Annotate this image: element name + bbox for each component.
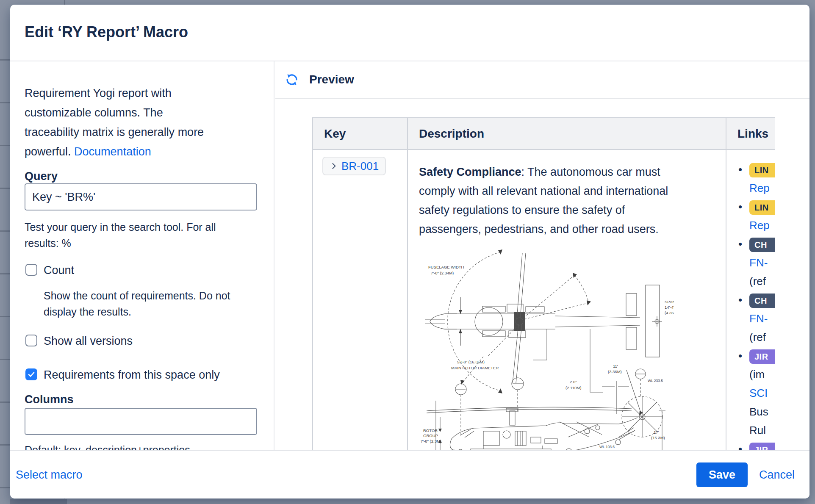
- page-backdrop: Edit ‘RY Report’ Macro Requirement Yogi …: [0, 0, 815, 504]
- chevron-right-icon[interactable]: [330, 162, 338, 170]
- link-type-lozenge: JIR: [749, 349, 775, 364]
- preview-header: Preview: [275, 61, 809, 99]
- requirement-key-link[interactable]: BR-001: [341, 160, 379, 173]
- query-help: Test your query in the search tool. For …: [25, 219, 216, 251]
- show-all-versions-label[interactable]: Show all versions: [44, 335, 133, 348]
- diagram-label: GROUP: [423, 433, 438, 438]
- link-type-lozenge: CH: [749, 294, 775, 308]
- diagram-label: SPAN: [665, 299, 674, 304]
- count-help: Show the count of requirements. Do not d…: [44, 288, 230, 320]
- lozenge-row: LIN: [749, 197, 775, 216]
- diagram-label: 7'-8" (2.3M): [421, 439, 441, 443]
- save-button[interactable]: Save: [696, 462, 748, 487]
- query-label: Query: [25, 170, 58, 183]
- list-item: LIN Rep: [738, 197, 775, 235]
- diagram-label: 7'-8" (2.34M): [431, 271, 454, 275]
- macro-form-panel: Requirement Yogi report with customizabl…: [10, 61, 274, 450]
- diagram-label: (3.36M): [608, 369, 622, 374]
- macro-description-line: traceability matrix is generally more: [25, 122, 262, 142]
- dialog-title: Edit ‘RY Report’ Macro: [25, 23, 188, 41]
- description-text: : The autonomous car must: [521, 166, 660, 178]
- lozenge-row: CH: [749, 235, 775, 253]
- table-header-row: Key Description Links: [313, 118, 775, 150]
- link-note: Rul: [749, 421, 775, 440]
- query-help-line: Test your query in the search tool. For …: [25, 219, 216, 235]
- list-item: CH FN- (ref: [738, 235, 775, 291]
- diagram-label: FUSELAGE WIDTH: [428, 265, 464, 269]
- links-cell: LIN Rep LIN Rep CH FN- (: [726, 150, 775, 450]
- refresh-icon[interactable]: [285, 73, 299, 86]
- diagram-label: (4.36M): [665, 310, 674, 315]
- count-help-line: Show the count of requirements. Do not: [44, 288, 230, 304]
- link-type-lozenge: CH: [749, 238, 775, 252]
- lozenge-row: LIN: [749, 160, 775, 179]
- link-note: (ref: [749, 328, 775, 346]
- backdrop-grid-lines: [0, 0, 10, 504]
- link-target[interactable]: FN-: [749, 309, 775, 328]
- list-item: JIR: [738, 440, 775, 450]
- list-item: JIR (im SCI Bus Rul: [738, 346, 775, 440]
- macro-description: Requirement Yogi report with customizabl…: [25, 83, 262, 161]
- description-term: Safety Compliance: [419, 166, 521, 178]
- macro-description-line: powerful. Documentation: [25, 142, 262, 161]
- count-help-line: display the results.: [44, 304, 230, 320]
- link-type-lozenge: LIN: [749, 200, 775, 215]
- link-target[interactable]: FN-: [749, 253, 775, 272]
- macro-description-line: Requirement Yogi report with: [25, 83, 262, 103]
- link-note: (ref: [749, 272, 775, 291]
- diagram-label: WL 103.6: [599, 445, 615, 449]
- show-all-versions-checkbox[interactable]: [25, 335, 37, 346]
- link-type-lozenge: JIR: [749, 443, 775, 450]
- description-line: Safety Compliance: The autonomous car mu…: [419, 163, 715, 182]
- requirements-table: Key Description Links: [312, 117, 775, 450]
- edit-macro-dialog: Edit ‘RY Report’ Macro Requirement Yogi …: [10, 5, 809, 498]
- macro-description-line: customizable columns. The: [25, 103, 262, 122]
- columns-input[interactable]: [25, 408, 257, 435]
- diagram-label: 11': [613, 364, 618, 368]
- table-row: BR-001 Safety Compliance: The autonomous…: [313, 150, 775, 450]
- diagram-label: MAIN ROTOR DIAMETER: [451, 366, 499, 370]
- space-only-label[interactable]: Requirements from this space only: [44, 368, 220, 382]
- column-header-links: Links: [726, 118, 775, 150]
- lozenge-row: JIR: [749, 346, 775, 365]
- check-icon: [27, 370, 36, 379]
- diagram-label: 17': [654, 430, 659, 435]
- space-only-checkbox[interactable]: [25, 368, 37, 380]
- description-cell: Safety Compliance: The autonomous car mu…: [408, 150, 726, 450]
- select-macro-link[interactable]: Select macro: [16, 468, 83, 482]
- cancel-button[interactable]: Cancel: [759, 468, 795, 482]
- link-note: (im: [749, 365, 775, 384]
- preview-table-viewport: Key Description Links: [312, 117, 775, 450]
- description-line: comply with all relevant national and in…: [419, 182, 715, 201]
- diagram-label: 14'-4": [665, 305, 674, 310]
- macro-description-tail: powerful.: [25, 145, 71, 158]
- documentation-link[interactable]: Documentation: [74, 145, 151, 158]
- link-target[interactable]: Rep: [749, 179, 775, 197]
- diagram-label: 53'-8" (16.35M): [457, 360, 485, 364]
- key-cell: BR-001: [313, 150, 408, 450]
- diagram-label: WL 233.5: [648, 379, 663, 383]
- description-line: safety regulations to ensure the safety …: [419, 201, 715, 220]
- dialog-footer: Select macro Save Cancel: [10, 450, 809, 498]
- list-item: CH FN- (ref: [738, 291, 775, 346]
- diagram-label: (2.110M): [566, 385, 581, 390]
- helicopter-diagram: FUSELAGE WIDTH 7'-8" (2.34M) 53'-8" (16.…: [420, 243, 674, 450]
- link-type-lozenge: LIN: [749, 163, 775, 177]
- columns-help: Default: key, description+properties: [25, 444, 190, 450]
- preview-body: Key Description Links: [275, 100, 809, 450]
- count-checkbox[interactable]: [25, 264, 37, 276]
- column-header-key: Key: [313, 118, 408, 150]
- link-note: Bus: [749, 402, 775, 421]
- backdrop-scroll-strip: [10, 499, 67, 504]
- columns-label: Columns: [25, 393, 74, 406]
- description-line: passengers, pedestrians, and other road …: [419, 220, 715, 239]
- lozenge-row: JIR: [749, 440, 775, 450]
- query-help-line: results: %: [25, 235, 216, 251]
- preview-title: Preview: [309, 73, 354, 86]
- link-target[interactable]: SCI: [749, 384, 775, 402]
- count-label[interactable]: Count: [44, 264, 74, 277]
- requirement-key-chip[interactable]: BR-001: [322, 157, 386, 175]
- query-input[interactable]: [25, 183, 257, 210]
- diagram-label: 2.6": [570, 379, 577, 384]
- link-target[interactable]: Rep: [749, 216, 775, 235]
